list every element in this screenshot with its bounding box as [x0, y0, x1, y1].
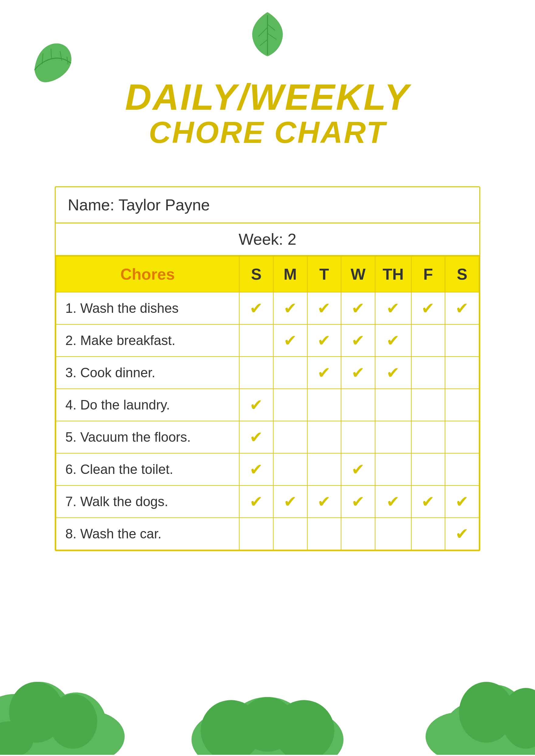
bush-center-icon: [176, 663, 359, 756]
checkmark-icon: ✔: [317, 492, 331, 511]
chore-name: 6. Clean the toilet.: [56, 453, 239, 486]
check-cell: ✔: [375, 356, 411, 389]
check-cell: [307, 453, 341, 486]
day-header-s1: S: [239, 256, 273, 292]
check-cell: [445, 356, 479, 389]
check-cell: [239, 356, 273, 389]
checkmark-icon: ✔: [455, 299, 469, 317]
day-header-m: M: [273, 256, 307, 292]
check-cell: ✔: [307, 486, 341, 518]
chore-name: 7. Walk the dogs.: [56, 486, 239, 518]
check-cell: [307, 421, 341, 453]
chore-name: 8. Wash the car.: [56, 518, 239, 550]
table-row: 2. Make breakfast.✔✔✔✔: [56, 324, 479, 356]
chore-name: 5. Vacuum the floors.: [56, 421, 239, 453]
checkmark-icon: ✔: [386, 299, 400, 317]
check-cell: [375, 518, 411, 550]
check-cell: ✔: [341, 453, 375, 486]
table-row: 5. Vacuum the floors.✔: [56, 421, 479, 453]
checkmark-icon: ✔: [455, 525, 469, 543]
check-cell: [411, 389, 445, 421]
check-cell: ✔: [341, 356, 375, 389]
check-cell: ✔: [239, 421, 273, 453]
table-row: 3. Cook dinner.✔✔✔: [56, 356, 479, 389]
check-cell: ✔: [273, 486, 307, 518]
bush-right-icon: [398, 648, 535, 756]
check-cell: ✔: [239, 486, 273, 518]
check-cell: [273, 356, 307, 389]
checkmark-icon: ✔: [317, 299, 331, 317]
chore-name: 1. Wash the dishes: [56, 292, 239, 324]
checkmark-icon: ✔: [386, 364, 400, 382]
check-cell: [411, 453, 445, 486]
check-cell: [445, 389, 479, 421]
bush-left-icon: [0, 648, 149, 756]
check-cell: ✔: [341, 324, 375, 356]
checkmark-icon: ✔: [284, 299, 297, 317]
check-cell: ✔: [375, 486, 411, 518]
check-cell: [445, 324, 479, 356]
check-cell: ✔: [239, 453, 273, 486]
check-cell: ✔: [411, 292, 445, 324]
checkmark-icon: ✔: [250, 460, 263, 478]
title-line2: CHORE CHART: [125, 115, 410, 150]
bottom-decorations: [0, 640, 535, 756]
check-cell: [273, 453, 307, 486]
check-cell: [445, 421, 479, 453]
check-cell: [375, 453, 411, 486]
leaf-top-left-icon: [24, 40, 79, 89]
check-cell: ✔: [239, 292, 273, 324]
check-cell: [411, 518, 445, 550]
svg-point-31: [459, 682, 514, 742]
checkmark-icon: ✔: [284, 331, 297, 350]
svg-point-24: [240, 697, 295, 752]
check-cell: [411, 356, 445, 389]
check-cell: ✔: [341, 292, 375, 324]
check-cell: ✔: [307, 356, 341, 389]
table-row: 7. Walk the dogs.✔✔✔✔✔✔✔: [56, 486, 479, 518]
check-cell: ✔: [375, 324, 411, 356]
day-header-t: T: [307, 256, 341, 292]
chore-chart-table: Name: Taylor Payne Week: 2 Chores S M T …: [55, 186, 480, 551]
checkmark-icon: ✔: [317, 331, 331, 350]
check-cell: [341, 389, 375, 421]
leaf-top-center-icon: [248, 9, 287, 59]
check-cell: [273, 421, 307, 453]
check-cell: ✔: [307, 324, 341, 356]
check-cell: ✔: [239, 389, 273, 421]
check-cell: ✔: [341, 486, 375, 518]
check-cell: [445, 453, 479, 486]
check-cell: [375, 421, 411, 453]
day-header-w: W: [341, 256, 375, 292]
check-cell: ✔: [445, 518, 479, 550]
check-cell: [341, 518, 375, 550]
check-cell: ✔: [307, 292, 341, 324]
checkmark-icon: ✔: [284, 492, 297, 511]
checkmark-icon: ✔: [317, 364, 331, 382]
day-header-s2: S: [445, 256, 479, 292]
table-header-row: Chores S M T W TH F S: [56, 256, 479, 292]
checkmark-icon: ✔: [386, 492, 400, 511]
title-line1: DAILY/WEEKLY: [125, 76, 410, 118]
chore-name: 3. Cook dinner.: [56, 356, 239, 389]
checkmark-icon: ✔: [250, 396, 263, 414]
checkmark-icon: ✔: [421, 492, 435, 511]
day-header-f: F: [411, 256, 445, 292]
table-row: 1. Wash the dishes✔✔✔✔✔✔✔: [56, 292, 479, 324]
check-cell: ✔: [273, 292, 307, 324]
checkmark-icon: ✔: [250, 428, 263, 446]
title-section: DAILY/WEEKLY CHORE CHART: [125, 76, 410, 150]
checkmark-icon: ✔: [352, 331, 365, 350]
day-header-th: TH: [375, 256, 411, 292]
check-cell: ✔: [445, 292, 479, 324]
schedule-table: Chores S M T W TH F S 1. Wash the dishes…: [56, 256, 479, 550]
check-cell: [307, 389, 341, 421]
svg-point-17: [49, 694, 97, 749]
chore-name: 2. Make breakfast.: [56, 324, 239, 356]
check-cell: ✔: [411, 486, 445, 518]
check-cell: ✔: [375, 292, 411, 324]
chore-name: 4. Do the laundry.: [56, 389, 239, 421]
table-row: 4. Do the laundry.✔: [56, 389, 479, 421]
checkmark-icon: ✔: [352, 460, 365, 478]
check-cell: [273, 518, 307, 550]
